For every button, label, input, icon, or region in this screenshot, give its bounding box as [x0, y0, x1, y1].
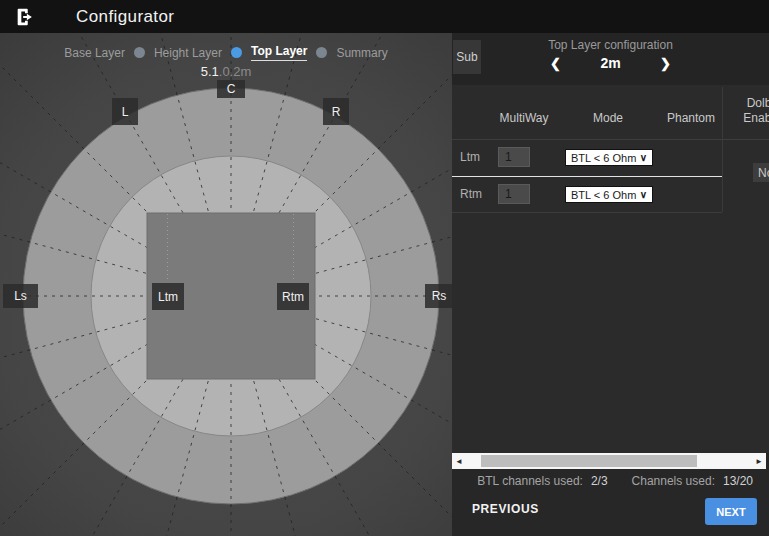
speaker-label-c[interactable]: C — [217, 80, 245, 98]
top-layer-config-panel: Sub Top Layer configuration ❮ 2m ❯ Multi… — [452, 33, 769, 536]
navigation-bar: PREVIOUS NEXT — [452, 492, 769, 536]
row-label-rtm: Rtm — [460, 187, 482, 201]
distance-value: 2m — [597, 55, 625, 71]
channels-used-value: 13/20 — [723, 474, 753, 488]
speaker-label-r[interactable]: R — [323, 98, 349, 125]
col-header-multiway: MultiWay — [489, 111, 559, 125]
chevron-down-icon: ∨ — [640, 152, 647, 163]
distance-stepper: ❮ 2m ❯ — [452, 55, 769, 71]
row-label-ltm: Ltm — [460, 150, 480, 164]
panel-title: Top Layer configuration — [452, 33, 769, 52]
step-dot-active-icon — [231, 47, 242, 58]
config-secondary: .0.2m — [219, 64, 252, 79]
next-button[interactable]: NEXT — [705, 498, 757, 525]
speaker-label-ltm[interactable]: Ltm — [152, 283, 184, 310]
step-dot-icon — [134, 47, 145, 58]
col-header-phantom: Phantom — [656, 111, 726, 125]
app-header: Configurator — [0, 0, 769, 33]
panel-header: Sub Top Layer configuration ❮ 2m ❯ — [452, 33, 769, 85]
polar-diagram-svg — [0, 33, 452, 536]
chevron-left-icon[interactable]: ❮ — [549, 56, 563, 71]
speaker-label-ls[interactable]: Ls — [3, 284, 38, 308]
step-dot-icon — [316, 47, 327, 58]
col-header-dolby-enable: Dolby Enable — [727, 96, 769, 126]
mode-select[interactable]: BTL < 6 Ohm ∨ — [565, 149, 653, 166]
chevron-right-icon[interactable]: ❯ — [659, 56, 673, 71]
dolby-enable-cell[interactable]: No — [753, 163, 769, 182]
scroll-left-icon[interactable]: ◄ — [452, 453, 466, 469]
multiway-input[interactable] — [498, 184, 530, 204]
mode-select-value: BTL < 6 Ohm — [571, 189, 636, 201]
chevron-down-icon: ∨ — [640, 189, 647, 200]
btl-channels-label: BTL channels used: — [477, 474, 583, 488]
scrollbar-track[interactable] — [466, 453, 752, 469]
speaker-layout-diagram: Base Layer Height Layer Top Layer Summar… — [0, 33, 452, 536]
page-title: Configurator — [76, 7, 174, 27]
speaker-label-l[interactable]: L — [112, 98, 138, 125]
speaker-config-label: 5.1.0.2m — [0, 64, 452, 79]
col-header-mode: Mode — [573, 111, 643, 125]
mode-select-value: BTL < 6 Ohm — [571, 152, 636, 164]
table-bottom-border — [452, 212, 722, 213]
speaker-label-sub[interactable]: Sub — [453, 40, 481, 74]
tab-top-layer[interactable]: Top Layer — [251, 44, 307, 61]
speaker-label-rtm[interactable]: Rtm — [277, 283, 309, 310]
mode-select[interactable]: BTL < 6 Ohm ∨ — [565, 186, 653, 203]
btl-channels-value: 2/3 — [591, 474, 608, 488]
layer-tabs: Base Layer Height Layer Top Layer Summar… — [0, 44, 452, 61]
channels-used-label: Channels used: — [632, 474, 715, 488]
tab-height-layer[interactable]: Height Layer — [154, 46, 222, 60]
channel-table: MultiWay Mode Phantom Dolby Enable Ltm B… — [452, 85, 769, 453]
configurator-app: Configurator Base Layer Height Layer Top… — [0, 0, 769, 536]
column-border — [722, 87, 723, 212]
speaker-label-rs[interactable]: Rs — [425, 284, 452, 308]
tab-summary[interactable]: Summary — [336, 46, 387, 60]
channels-info-bar: BTL channels used: 2/3 Channels used: 13… — [452, 469, 769, 492]
horizontal-scrollbar: ◄ ► — [452, 453, 766, 469]
config-primary: 5.1 — [201, 64, 219, 79]
exit-icon[interactable] — [14, 6, 36, 28]
scroll-right-icon[interactable]: ► — [752, 453, 766, 469]
tab-base-layer[interactable]: Base Layer — [64, 46, 125, 60]
previous-button[interactable]: PREVIOUS — [472, 502, 539, 516]
scrollbar-thumb[interactable] — [481, 455, 697, 467]
multiway-input[interactable] — [498, 147, 530, 167]
